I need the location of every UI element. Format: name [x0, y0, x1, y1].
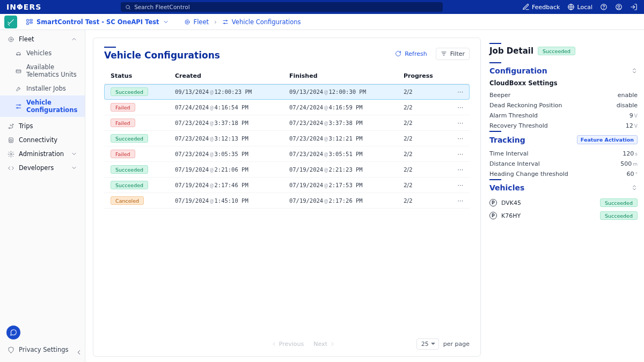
svg-rect-7 [27, 23, 29, 25]
svg-point-15 [10, 38, 12, 40]
sidebar-vehicles[interactable]: Vehicles [0, 46, 85, 60]
sidebar-connectivity[interactable]: Connectivity [0, 133, 85, 147]
progress-cell: 2/2 [397, 100, 451, 115]
account-button[interactable] [615, 3, 623, 11]
locale-button[interactable]: Local [567, 3, 592, 11]
user-icon [615, 3, 623, 11]
vehicle-row[interactable]: PDVK45Succeeded [489, 196, 638, 209]
vehicle-row[interactable]: PK76HYSucceeded [489, 209, 638, 222]
svg-rect-18 [16, 70, 21, 72]
sidebar-trips[interactable]: Trips [0, 119, 85, 133]
setting-row: Distance Interval500m [489, 159, 638, 169]
progress-cell: 2/2 [397, 162, 451, 178]
page-title: Vehicle Configurations [104, 50, 220, 61]
row-menu-button[interactable]: ⋯ [451, 100, 470, 115]
table-row[interactable]: Failed07/23/2024@3:05:35 PM07/23/2024@3:… [104, 146, 470, 162]
chat-fab[interactable] [6, 326, 20, 339]
sidebar-telematics-units[interactable]: Available Telematics Units [0, 60, 85, 82]
detail-status-badge: Succeeded [538, 47, 575, 55]
section-tracking: Tracking Feature Activation [489, 135, 638, 144]
status-badge: Succeeded [111, 181, 148, 189]
chevron-up-icon [71, 36, 77, 42]
row-menu-button[interactable]: ⋯ [451, 84, 470, 100]
table-row[interactable]: Failed07/24/2024@4:16:54 PM07/24/2024@4:… [104, 100, 470, 115]
sliders-icon [15, 103, 22, 110]
svg-point-13 [224, 23, 225, 24]
code-icon [8, 165, 14, 172]
target-icon [8, 36, 14, 43]
edit-icon [522, 3, 530, 11]
table-row[interactable]: Succeeded09/13/2024@12:00:23 PM09/13/202… [104, 84, 470, 100]
feedback-button[interactable]: Feedback [522, 3, 560, 11]
svg-point-4 [616, 4, 622, 10]
table-row[interactable]: Succeeded07/19/2024@2:21:06 PM07/19/2024… [104, 162, 470, 178]
sidebar-item-label: Vehicle Configurations [26, 99, 77, 114]
top-actions: Feedback Local [522, 3, 638, 11]
sidebar-item-label: Administration [19, 150, 64, 158]
created-cell: 07/19/2024@2:17:46 PM [169, 178, 283, 193]
finished-cell: 07/19/2024@2:17:53 PM [283, 178, 397, 193]
search-icon [125, 4, 131, 10]
breadcrumb-fleet[interactable]: Fleet [184, 18, 209, 26]
help-button[interactable] [600, 3, 608, 11]
row-menu-button[interactable]: ⋯ [451, 146, 470, 162]
finished-cell: 07/19/2024@2:21:23 PM [283, 162, 397, 178]
created-cell: 07/23/2024@3:05:35 PM [169, 146, 283, 162]
setting-row: Heading Change threshold60° [489, 169, 638, 179]
col-created[interactable]: Created [169, 68, 283, 84]
table-row[interactable]: Succeeded07/23/2024@3:12:13 PM07/23/2024… [104, 131, 470, 146]
finished-cell: 07/23/2024@3:12:21 PM [283, 131, 397, 146]
table-row[interactable]: Succeeded07/19/2024@2:17:46 PM07/19/2024… [104, 178, 470, 193]
page-size-select[interactable]: 25 [416, 338, 439, 350]
created-cell: 07/19/2024@1:45:10 PM [169, 193, 283, 209]
filter-button[interactable]: Filter [436, 48, 470, 60]
status-badge: Succeeded [600, 198, 638, 207]
next-button[interactable]: Next [313, 341, 335, 348]
sidebar-item-label: Vehicles [26, 49, 52, 57]
col-status[interactable]: Status [104, 68, 169, 84]
row-menu-button[interactable]: ⋯ [451, 115, 470, 131]
table-row[interactable]: Failed07/23/2024@3:37:18 PM07/23/2024@3:… [104, 115, 470, 131]
row-menu-button[interactable]: ⋯ [451, 193, 470, 209]
table-row[interactable]: Canceled07/19/2024@1:45:10 PM07/19/2024@… [104, 193, 470, 209]
col-finished[interactable]: Finished [283, 68, 397, 84]
breadcrumb-bar: SmartControl Test - SC OneAPI Test Fleet… [0, 14, 644, 30]
scope-selector[interactable]: SmartControl Test - SC OneAPI Test [21, 16, 173, 28]
sidebar-collapse[interactable] [75, 349, 83, 358]
svg-point-3 [604, 9, 604, 9]
col-progress[interactable]: Progress [397, 68, 451, 84]
section-configuration[interactable]: Configuration [489, 67, 638, 75]
row-menu-button[interactable]: ⋯ [451, 162, 470, 178]
logout-button[interactable] [630, 3, 638, 11]
sidebar-item-label: Available Telematics Units [26, 63, 77, 78]
created-cell: 09/13/2024@12:00:23 PM [169, 84, 283, 100]
logo: INΦERS [6, 3, 41, 11]
sidebar-item-label: Installer Jobs [26, 85, 66, 92]
sidebar-developers[interactable]: Developers [0, 161, 85, 175]
collapse-icon [631, 184, 638, 191]
collapse-icon [631, 68, 638, 74]
setting-row: Recovery Threshold12V [489, 121, 638, 131]
row-menu-button[interactable]: ⋯ [451, 131, 470, 146]
sidebar-installer-jobs[interactable]: Installer Jobs [0, 82, 85, 95]
scope-icon [26, 18, 33, 26]
status-badge: Failed [111, 103, 135, 112]
chevron-left-icon [75, 349, 83, 356]
locale-label: Local [577, 4, 592, 11]
sidebar-item-label: Privacy Settings [19, 346, 68, 353]
logout-icon [630, 3, 638, 11]
breadcrumb-current[interactable]: Vehicle Configurations [222, 18, 301, 26]
row-menu-button[interactable]: ⋯ [451, 178, 470, 193]
sidebar-administration[interactable]: Administration [0, 147, 85, 161]
feature-activation-button[interactable]: Feature Activation [577, 135, 638, 144]
sidebar-privacy[interactable]: Privacy Settings [0, 343, 85, 357]
chevron-right-icon [330, 341, 335, 347]
progress-cell: 2/2 [397, 131, 451, 146]
section-vehicles[interactable]: Vehicles [489, 183, 638, 192]
sidebar-vehicle-configurations[interactable]: Vehicle Configurations [0, 95, 85, 117]
chevron-down-icon [71, 165, 77, 171]
prev-button[interactable]: Previous [271, 341, 304, 348]
global-search[interactable]: Search FleetControl [121, 2, 443, 12]
refresh-button[interactable]: Refresh [391, 48, 431, 60]
sidebar-fleet[interactable]: Fleet [0, 32, 85, 46]
